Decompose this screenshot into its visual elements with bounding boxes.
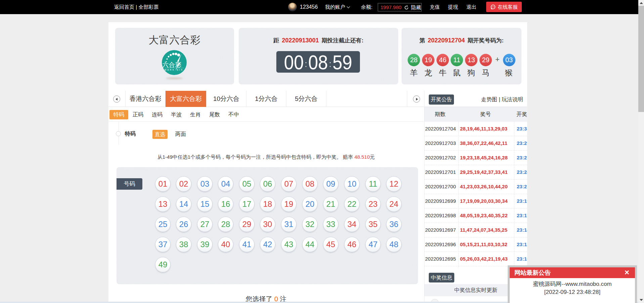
svg-text:MARK SIX: MARK SIX bbox=[165, 69, 184, 71]
